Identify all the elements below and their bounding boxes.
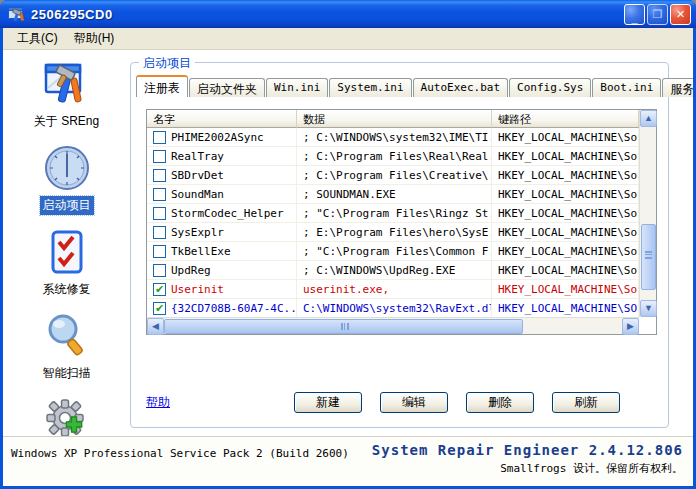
main-content: 关于 SREng 启动: [3, 50, 693, 436]
cell-keypath[interactable]: HKEY_LOCAL_MACHINE\Sof: [492, 166, 639, 184]
cell-data[interactable]: ; C:\Program Files\Real\Real...: [297, 147, 492, 165]
cell-keypath[interactable]: HKEY_LOCAL_MACHINE\Sof: [492, 185, 639, 203]
menu-help[interactable]: 帮助(H): [66, 28, 123, 49]
row-name-text: PHIME2002ASync: [171, 131, 264, 144]
cell-data[interactable]: ; C:\WINDOWS\system32\IME\TI...: [297, 128, 492, 146]
sidebar-item-startup[interactable]: 启动项目: [40, 144, 94, 215]
row-name-text: UpdReg: [171, 264, 211, 277]
horizontal-scrollbar[interactable]: ◀ ▶: [147, 317, 639, 334]
row-name-text: SBDrvDet: [171, 169, 224, 182]
checkbox-unchecked-icon[interactable]: [153, 226, 166, 239]
sidebar: 关于 SREng 启动: [3, 50, 130, 436]
scroll-left-icon[interactable]: ◀: [147, 318, 164, 335]
minimize-button[interactable]: _: [624, 4, 645, 25]
startup-listview: 名字 数据 键路径 PHIME2002ASync; C:\WINDOWS\sys…: [146, 109, 657, 335]
cell-keypath[interactable]: HKEY_LOCAL_MACHINE\Sof: [492, 242, 639, 260]
cell-data[interactable]: ; "C:\Program Files\Common F...: [297, 242, 492, 260]
column-header-data[interactable]: 数据: [297, 110, 492, 128]
cell-data[interactable]: ; SOUNDMAN.EXE: [297, 185, 492, 203]
cell-data[interactable]: ; "C:\Program Files\Ringz St...: [297, 204, 492, 222]
cell-keypath[interactable]: HKEY_LOCAL_MACHINE\Sof: [492, 147, 639, 165]
sidebar-item-about[interactable]: 关于 SREng: [31, 60, 102, 131]
checkbox-unchecked-icon[interactable]: [153, 207, 166, 220]
column-header-keypath[interactable]: 键路径: [492, 110, 639, 128]
cell-keypath[interactable]: HKEY_LOCAL_MACHINE\Sof: [492, 261, 639, 279]
sidebar-item-scan[interactable]: 智能扫描: [40, 312, 94, 383]
cell-data[interactable]: ; C:\WINDOWS\UpdReg.EXE: [297, 261, 492, 279]
table-row[interactable]: ✔{32CD708B-60A7-4C...C:\WINDOWS\system32…: [147, 299, 639, 317]
maximize-button[interactable]: ❐: [647, 4, 668, 25]
horizontal-scroll-thumb[interactable]: [164, 319, 523, 334]
delete-button[interactable]: 删除: [466, 392, 534, 413]
groupbox-title: 启动项目: [139, 55, 195, 72]
tab-services[interactable]: 服务: [662, 78, 693, 97]
vertical-scroll-thumb[interactable]: [641, 224, 656, 290]
tab-system-ini[interactable]: System.ini: [329, 78, 411, 97]
cell-data[interactable]: ; E:\Program Files\hero\SysE...: [297, 223, 492, 241]
scroll-up-icon[interactable]: ▲: [640, 110, 657, 127]
cell-name[interactable]: SBDrvDet: [147, 166, 297, 184]
sidebar-item-repair[interactable]: 系统修复: [40, 228, 94, 299]
refresh-button[interactable]: 刷新: [552, 392, 620, 413]
checkbox-unchecked-icon[interactable]: [153, 188, 166, 201]
titlebar[interactable]: 2506295CD0 _ ❐ ✕: [0, 0, 696, 28]
table-row[interactable]: TkBellExe; "C:\Program Files\Common F...…: [147, 242, 639, 261]
row-name-text: Userinit: [171, 283, 224, 296]
cell-keypath[interactable]: HKEY_LOCAL_MACHINE\Sof: [492, 204, 639, 222]
scroll-down-icon[interactable]: ▼: [640, 300, 657, 317]
cell-name[interactable]: ✔Userinit: [147, 280, 297, 298]
cell-name[interactable]: ✔{32CD708B-60A7-4C...: [147, 299, 297, 317]
sidebar-label-about: 关于 SREng: [31, 112, 102, 131]
sidebar-label-startup: 启动项目: [40, 196, 94, 215]
cell-keypath[interactable]: HKEY_LOCAL_MACHINE\Sof: [492, 280, 639, 298]
table-row[interactable]: SBDrvDet; C:\Program Files\Creative\...H…: [147, 166, 639, 185]
checkbox-unchecked-icon[interactable]: [153, 150, 166, 163]
app-icon: [8, 6, 26, 22]
cell-data[interactable]: userinit.exe,: [297, 280, 492, 298]
cell-keypath[interactable]: HKEY_LOCAL_MACHINE\SOF': [492, 299, 639, 317]
menu-tools[interactable]: 工具(C): [9, 28, 66, 49]
table-row[interactable]: PHIME2002ASync; C:\WINDOWS\system32\IME\…: [147, 128, 639, 147]
cell-name[interactable]: UpdReg: [147, 261, 297, 279]
row-name-text: StormCodec_Helper: [171, 207, 284, 220]
table-row[interactable]: StormCodec_Helper; "C:\Program Files\Rin…: [147, 204, 639, 223]
statusbar: Windows XP Professional Service Pack 2 (…: [3, 436, 693, 486]
checkbox-unchecked-icon[interactable]: [153, 169, 166, 182]
row-name-text: RealTray: [171, 150, 224, 163]
scroll-right-icon[interactable]: ▶: [622, 318, 639, 335]
cell-data[interactable]: ; C:\Program Files\Creative\...: [297, 166, 492, 184]
cell-name[interactable]: SoundMan: [147, 185, 297, 203]
table-row[interactable]: SysExplr; E:\Program Files\hero\SysE...H…: [147, 223, 639, 242]
cell-name[interactable]: StormCodec_Helper: [147, 204, 297, 222]
help-link[interactable]: 帮助: [146, 394, 170, 411]
tab-startup-folder[interactable]: 启动文件夹: [189, 78, 265, 97]
listview-body: PHIME2002ASync; C:\WINDOWS\system32\IME\…: [147, 128, 639, 317]
table-row[interactable]: RealTray; C:\Program Files\Real\Real...H…: [147, 147, 639, 166]
vertical-scrollbar[interactable]: ▲ ▼: [639, 110, 656, 317]
checkbox-unchecked-icon[interactable]: [153, 264, 166, 277]
tab-win-ini[interactable]: Win.ini: [266, 78, 328, 97]
column-header-name[interactable]: 名字: [147, 110, 297, 128]
cell-keypath[interactable]: HKEY_LOCAL_MACHINE\Sof: [492, 128, 639, 146]
cell-name[interactable]: PHIME2002ASync: [147, 128, 297, 146]
tab-boot-ini[interactable]: Boot.ini: [592, 78, 661, 97]
tab-autoexec-bat[interactable]: AutoExec.bat: [413, 78, 508, 97]
checkbox-unchecked-icon[interactable]: [153, 131, 166, 144]
cell-name[interactable]: RealTray: [147, 147, 297, 165]
startup-items-groupbox: 启动项目 注册表 启动文件夹 Win.ini System.ini AutoEx…: [130, 62, 669, 428]
cell-keypath[interactable]: HKEY_LOCAL_MACHINE\Sof: [492, 223, 639, 241]
edit-button[interactable]: 编辑: [380, 392, 448, 413]
cell-name[interactable]: TkBellExe: [147, 242, 297, 260]
checkbox-unchecked-icon[interactable]: [153, 245, 166, 258]
cell-name[interactable]: SysExplr: [147, 223, 297, 241]
close-button[interactable]: ✕: [670, 4, 691, 25]
table-row[interactable]: SoundMan; SOUNDMAN.EXEHKEY_LOCAL_MACHINE…: [147, 185, 639, 204]
tab-config-sys[interactable]: Config.Sys: [509, 78, 591, 97]
cell-data[interactable]: C:\WINDOWS\system32\RavExt.dll: [297, 299, 492, 317]
checkbox-checked-icon[interactable]: ✔: [153, 302, 166, 315]
tab-registry[interactable]: 注册表: [136, 75, 188, 97]
new-button[interactable]: 新建: [294, 392, 362, 413]
table-row[interactable]: ✔Userinituserinit.exe,HKEY_LOCAL_MACHINE…: [147, 280, 639, 299]
table-row[interactable]: UpdReg; C:\WINDOWS\UpdReg.EXEHKEY_LOCAL_…: [147, 261, 639, 280]
checkbox-checked-icon[interactable]: ✔: [153, 283, 166, 296]
